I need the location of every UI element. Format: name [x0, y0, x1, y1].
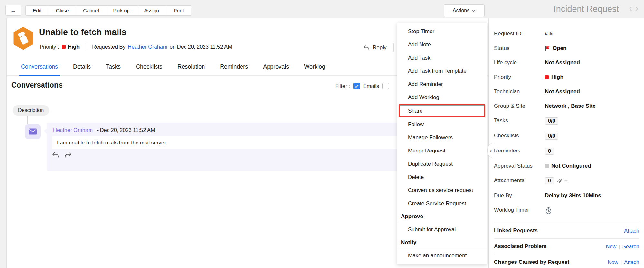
tab-details[interactable]: Details: [73, 58, 91, 75]
linked-requests-row: Linked Requests Attach: [494, 223, 639, 238]
due-by-value: Delay by 3Hrs 10Mins: [545, 192, 601, 199]
menu-item-convert-as-service-request[interactable]: Convert as service request: [397, 184, 487, 197]
priority-value: High: [68, 44, 80, 50]
menu-item-add-task[interactable]: Add Task: [397, 51, 487, 64]
menu-item-merge-request[interactable]: Merge Request: [397, 144, 487, 157]
menu-item-create-service-request[interactable]: Create Service Request: [397, 197, 487, 210]
edit-button[interactable]: Edit: [25, 5, 49, 16]
linked-requests-label: Linked Requests: [494, 227, 538, 234]
tab-worklog[interactable]: Worklog: [304, 58, 325, 75]
menu-item-duplicate-request[interactable]: Duplicate Request: [397, 157, 487, 171]
red-flag-icon: [545, 46, 550, 51]
paperclip-icon[interactable]: [556, 178, 562, 184]
second-filter-checkbox[interactable]: [382, 83, 389, 89]
prev-record-icon[interactable]: ‹: [629, 3, 632, 14]
email-type-tile: [25, 124, 41, 139]
back-button[interactable]: ←: [5, 5, 21, 16]
timer-icon[interactable]: [545, 207, 552, 215]
menu-item-follow[interactable]: Follow: [397, 118, 487, 131]
changes-caused-row: Changes Caused by Request New | Attach: [494, 254, 639, 268]
field-label: Priority: [494, 74, 545, 80]
menu-section-notify: Notify: [397, 236, 487, 249]
menu-item-add-reminder[interactable]: Add Reminder: [397, 78, 487, 91]
request-card: Unable to fetch mails Priority : High Re…: [6, 18, 644, 268]
pickup-button[interactable]: Pick up: [106, 5, 137, 16]
field-label: Technician: [494, 88, 545, 95]
chevron-down-icon[interactable]: [564, 180, 568, 182]
tab-reminders[interactable]: Reminders: [220, 58, 248, 75]
forward-arrow-icon[interactable]: [64, 152, 72, 158]
associated-problem-search-link[interactable]: Search: [622, 244, 639, 250]
menu-item-manage-followers[interactable]: Manage Followers: [397, 131, 487, 144]
group-site-value: Network , Base Site: [545, 103, 596, 109]
actions-button-label: Actions: [453, 8, 469, 14]
description-badge: Description: [13, 105, 49, 116]
changes-caused-new-link[interactable]: New: [608, 259, 618, 265]
field-status: Status Open: [494, 45, 639, 51]
request-id-value: # 5: [545, 31, 553, 37]
field-checklists: Checklists 0/0: [494, 133, 639, 140]
reply-button[interactable]: Reply: [373, 44, 386, 51]
actions-dropdown-button[interactable]: Actions: [444, 4, 485, 17]
field-label: Status: [494, 45, 545, 51]
reply-icon: [363, 45, 370, 51]
tab-tasks[interactable]: Tasks: [106, 58, 121, 75]
changes-caused-attach-link[interactable]: Attach: [624, 259, 639, 265]
checklists-count-badge[interactable]: 0/0: [545, 133, 558, 140]
arrow-left-icon: ←: [10, 7, 17, 14]
menu-item-make-an-announcement[interactable]: Make an announcement: [397, 249, 487, 262]
associated-problem-label: Associated Problem: [494, 243, 546, 250]
menu-item-add-worklog[interactable]: Add Worklog: [397, 91, 487, 104]
field-life-cycle: Life cycle Not Assigned: [494, 60, 639, 66]
conversation-filter: Filter : Emails: [335, 83, 389, 89]
toolbar-button-group: Edit Close Cancel Pick up Assign Print: [25, 5, 191, 16]
tab-resolution[interactable]: Resolution: [177, 58, 205, 75]
chevron-right-icon: ›: [490, 147, 492, 154]
menu-item-delete[interactable]: Delete: [397, 171, 487, 184]
conversations-heading: Conversations: [11, 81, 63, 89]
print-button[interactable]: Print: [166, 5, 191, 16]
field-label: Reminders: [494, 148, 545, 154]
next-record-icon[interactable]: ›: [635, 3, 638, 14]
requester-link[interactable]: Heather Graham: [128, 44, 167, 50]
cancel-button[interactable]: Cancel: [76, 5, 106, 16]
message-author-link[interactable]: Heather Graham: [53, 127, 93, 133]
envelope-icon: [29, 128, 37, 135]
menu-item-add-note[interactable]: Add Note: [397, 38, 487, 51]
close-button[interactable]: Close: [49, 5, 76, 16]
approval-status-value: Not Configured: [551, 163, 591, 169]
field-attachments: Attachments 0: [494, 177, 639, 184]
requested-by-label: Requested By: [92, 44, 126, 50]
field-worklog-timer: Worklog Timer: [494, 207, 639, 215]
tab-approvals[interactable]: Approvals: [263, 58, 289, 75]
tab-conversations[interactable]: Conversations: [21, 58, 58, 75]
field-label: Attachments: [494, 177, 545, 184]
field-reminders: Reminders 0: [494, 148, 639, 155]
menu-item-add-task-from-template[interactable]: Add Task from Template: [397, 64, 487, 78]
top-toolbar: ← Edit Close Cancel Pick up Assign Print…: [0, 0, 644, 18]
incident-ticket-icon: [13, 27, 34, 51]
priority-red-icon: [545, 75, 549, 79]
reply-arrow-icon[interactable]: [52, 152, 59, 158]
menu-item-share[interactable]: Share: [400, 105, 484, 116]
emails-filter-label: Emails: [363, 83, 379, 89]
field-approval-status: Approval Status Not Configured: [494, 163, 639, 169]
menu-item-stop-timer[interactable]: Stop Timer: [397, 25, 487, 38]
technician-value: Not Assigned: [545, 88, 580, 95]
priority-label: Priority :: [40, 44, 59, 50]
badge-connector-line: [27, 116, 28, 124]
check-icon: [355, 85, 359, 88]
tab-checklists[interactable]: Checklists: [136, 58, 162, 75]
linked-requests-attach-link[interactable]: Attach: [624, 228, 639, 234]
tasks-count-badge[interactable]: 0/0: [545, 117, 558, 125]
emails-checkbox[interactable]: [353, 83, 360, 89]
divider: [86, 43, 86, 51]
reminders-count-badge[interactable]: 0: [545, 148, 554, 155]
life-cycle-value: Not Assigned: [545, 60, 580, 66]
attachments-count-badge[interactable]: 0: [545, 177, 554, 184]
request-details-sidebar: Request ID # 5 Status Open Life cycle No…: [488, 18, 644, 268]
menu-item-submit-for-approval[interactable]: Submit for Approval: [397, 223, 487, 236]
message-pointer: [44, 128, 47, 134]
associated-problem-new-link[interactable]: New: [606, 244, 616, 250]
assign-button[interactable]: Assign: [137, 5, 166, 16]
